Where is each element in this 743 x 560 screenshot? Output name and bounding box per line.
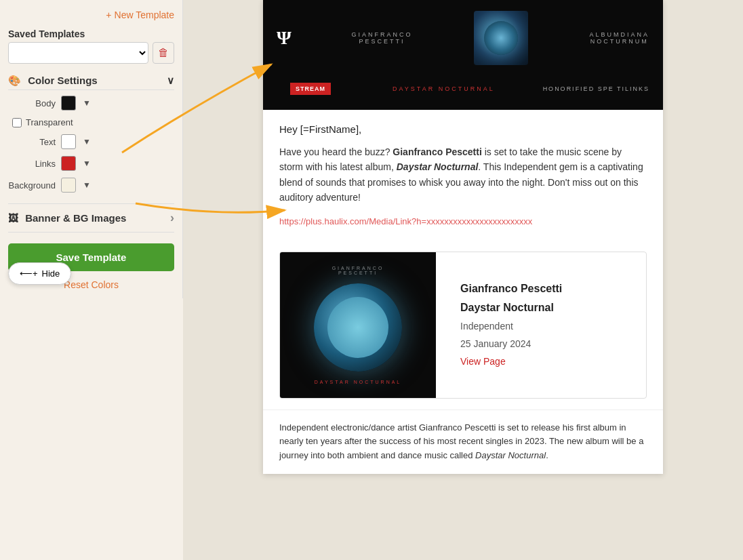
new-template-link[interactable]: + New Template (8, 7, 174, 23)
template-row: 🗑 (8, 42, 174, 64)
email-footer-text: Independent electronic/dance artist Gian… (263, 409, 663, 474)
text-color-dropdown[interactable]: ▼ (81, 137, 92, 146)
new-template-label: New Template (115, 9, 174, 20)
hide-label: Hide (42, 268, 60, 279)
collapse-icon[interactable]: ∨ (167, 75, 174, 87)
album-view-page-link[interactable]: View Page (460, 356, 562, 367)
stream-badge: STREAM (290, 83, 331, 95)
expand-icon: › (170, 211, 174, 225)
stream-badge-wrap: STREAM (277, 76, 344, 102)
banner-section[interactable]: 🖼 Banner & BG Images › (8, 203, 174, 233)
saved-templates-label: Saved Templates (8, 28, 174, 39)
album-art-title-text: DAYSTAR NOCTURNAL (315, 380, 402, 384)
body-color-swatch[interactable] (61, 96, 76, 111)
album-art-artist-text: GIANFRANCO PESCETTI (332, 266, 384, 275)
color-settings-title: 🎨 Color Settings (8, 75, 98, 87)
album-info-artist: Gianfranco Pescetti (460, 283, 562, 295)
album-card-section: GIANFRANCO PESCETTI DAYSTAR NOCTURNAL Gi… (263, 241, 663, 409)
album-title-header-wrap: DAYSTAR NOCTURNAL (393, 85, 495, 92)
template-select[interactable] (8, 42, 148, 64)
album-card: GIANFRANCO PESCETTI DAYSTAR NOCTURNAL Gi… (279, 252, 647, 399)
email-media-link[interactable]: https://plus.haulix.com/Media/Link?h=xxx… (279, 216, 532, 226)
saved-templates-section: Saved Templates 🗑 (8, 28, 174, 64)
links-color-dropdown[interactable]: ▼ (81, 159, 92, 168)
body-color-label: Body (8, 98, 56, 108)
header-album-art (474, 11, 528, 65)
transparent-label: Transparent (26, 117, 73, 127)
header-album-name: ALBUMDIANA NOCTURNUM (589, 31, 649, 45)
header-album-name-col: ALBUMDIANA NOCTURNUM (589, 31, 649, 45)
email-container: Ψ GIANFRANCO PESCETTI ALBUMDIANA NOCTURN… (263, 0, 663, 474)
paint-icon: 🎨 (8, 75, 21, 86)
links-color-row: Links ▼ (8, 156, 174, 171)
album-art-circle (314, 283, 402, 372)
header-artist-name: GIANFRANCO PESCETTI (351, 31, 412, 45)
background-color-dropdown[interactable]: ▼ (81, 180, 92, 190)
text-color-row: Text ▼ (8, 134, 174, 149)
email-greeting: Hey [=FirstName], (279, 123, 647, 135)
hide-button[interactable]: ⟵+ Hide (8, 262, 71, 285)
color-settings-rows: Body ▼ Transparent Text ▼ Links (8, 90, 174, 198)
plus-icon: + (106, 9, 111, 20)
left-panel: + New Template Saved Templates 🗑 🎨 Col (0, 0, 183, 298)
color-settings-section: 🎨 Color Settings ∨ Body ▼ Transparent (8, 69, 174, 198)
album-art-large: GIANFRANCO PESCETTI DAYSTAR NOCTURNAL (280, 252, 436, 398)
image-icon: 🖼 (8, 212, 18, 224)
links-color-label: Links (8, 159, 56, 169)
header-artist-info: GIANFRANCO PESCETTI (351, 31, 412, 45)
right-panel: Ψ GIANFRANCO PESCETTI ALBUMDIANA NOCTURN… (183, 0, 743, 560)
album-info-label: Independent (460, 321, 562, 332)
email-header-bottom: STREAM DAYSTAR NOCTURNAL HONORIFIED SPE … (263, 76, 663, 110)
header-album-art-wrap (474, 11, 528, 65)
album-title-header: DAYSTAR NOCTURNAL (393, 85, 495, 92)
email-body-paragraph: Have you heard the buzz? Gianfranco Pesc… (279, 144, 647, 205)
album-info: Gianfranco Pescetti Daystar Nocturnal In… (449, 252, 573, 398)
album-info-date: 25 January 2024 (460, 338, 562, 349)
header-links: HONORIFIED SPE TILINKS (543, 85, 649, 92)
email-logo: Ψ (277, 27, 290, 49)
background-color-row: Background ▼ (8, 178, 174, 193)
trash-icon: 🗑 (158, 47, 169, 59)
logo-symbol: Ψ (277, 27, 290, 49)
album-info-title: Daystar Nocturnal (460, 302, 562, 314)
hide-icon: ⟵+ (20, 268, 38, 279)
transparent-checkbox[interactable] (12, 118, 22, 127)
color-settings-header: 🎨 Color Settings ∨ (8, 69, 174, 90)
links-color-swatch[interactable] (61, 156, 76, 171)
delete-template-button[interactable]: 🗑 (153, 42, 174, 64)
transparent-row: Transparent (8, 117, 174, 127)
banner-section-label: 🖼 Banner & BG Images (8, 212, 126, 224)
album-art-circle-inner (327, 297, 388, 358)
background-color-label: Background (8, 180, 56, 191)
header-links-wrap: HONORIFIED SPE TILINKS (543, 85, 649, 92)
text-color-label: Text (8, 137, 56, 147)
body-color-dropdown[interactable]: ▼ (81, 98, 92, 108)
text-color-swatch[interactable] (61, 134, 76, 149)
email-header: Ψ GIANFRANCO PESCETTI ALBUMDIANA NOCTURN… (263, 0, 663, 76)
email-body: Hey [=FirstName], Have you heard the buz… (263, 110, 663, 241)
background-color-swatch[interactable] (61, 178, 76, 193)
header-album-art-inner (484, 21, 518, 55)
body-color-row: Body ▼ (8, 96, 174, 111)
